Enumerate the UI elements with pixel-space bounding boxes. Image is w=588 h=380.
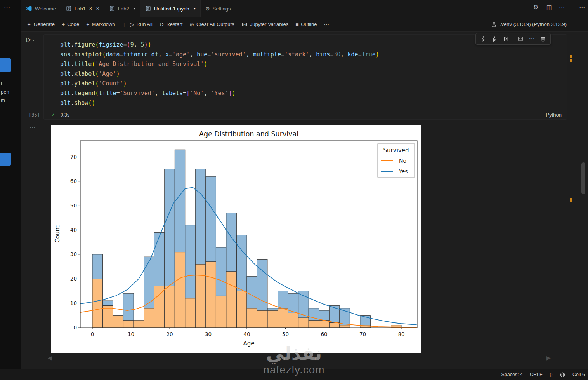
tab-settings[interactable]: ⚙ Settings: [201, 0, 236, 17]
chevron-down-icon: ⌄: [32, 37, 35, 42]
svg-text:Age Distribution and Survival: Age Distribution and Survival: [199, 130, 298, 138]
globe-icon[interactable]: [560, 372, 565, 378]
left-strip-blue-block: [0, 58, 11, 72]
left-strip-text-fragment: m: [1, 98, 5, 103]
svg-text:60: 60: [70, 178, 77, 184]
execution-count: [35]: [29, 112, 40, 118]
editor-settings-gear-icon[interactable]: ⚙: [533, 4, 538, 11]
split-editor-icon[interactable]: ◫: [546, 4, 552, 11]
vscode-logo-icon: [26, 5, 32, 12]
tab-label: Settings: [213, 6, 231, 12]
success-check-icon: ✓: [51, 112, 56, 117]
add-markdown-cell-button[interactable]: + Markdown: [86, 21, 115, 28]
tab-bar: Welcome Lab1 3 × Lab2 ● Untitled-1.ipynb…: [21, 0, 588, 17]
jupyter-variables-button[interactable]: (x) Jupyter Variables: [241, 21, 288, 28]
language-brackets-indicator[interactable]: {}: [550, 372, 553, 377]
cell-indicator[interactable]: Cell 6: [572, 372, 585, 377]
more-icon: ⋯: [324, 21, 330, 28]
generate-button[interactable]: ✦ Generate: [27, 21, 55, 28]
scroll-right-icon[interactable]: ▶: [546, 355, 551, 361]
vscode-window: ⋯ l pen m Welcome Lab1 3 × Lab: [0, 0, 588, 380]
plus-icon: +: [86, 21, 89, 28]
cell-toolbar: ⋯: [475, 33, 551, 45]
delete-cell-icon[interactable]: [538, 34, 548, 44]
scroll-left-icon[interactable]: ◀: [48, 355, 52, 361]
svg-text:30: 30: [70, 251, 77, 257]
plus-icon: +: [62, 21, 65, 28]
run-all-label: Run All: [137, 21, 153, 27]
vertical-scrollbar[interactable]: [581, 162, 585, 194]
svg-text:20: 20: [166, 331, 173, 337]
left-strip-text-fragment: l: [1, 80, 2, 86]
dirty-dot-icon: ●: [134, 7, 135, 10]
kernel-picker[interactable]: .venv (3.13.9) (Python 3.13.9): [491, 17, 567, 31]
overview-ruler-mark: [570, 198, 572, 202]
toolbar-more-button[interactable]: ⋯: [324, 21, 330, 28]
svg-text:Count: Count: [54, 225, 61, 243]
more-actions-icon[interactable]: ⋯: [527, 34, 537, 44]
overview-ruler-mark: [570, 59, 572, 62]
execute-above-icon[interactable]: [478, 34, 488, 44]
add-code-cell-button[interactable]: + Code: [62, 21, 79, 28]
status-bar: Spaces: 4 CRLF {} Cell 6: [0, 369, 588, 380]
execution-duration: 0.3s: [61, 112, 69, 118]
cell-language-picker[interactable]: Python: [546, 112, 562, 118]
svg-text:50: 50: [70, 202, 77, 209]
split-cell-icon[interactable]: [515, 34, 526, 44]
dirty-dot-icon: ●: [193, 7, 195, 10]
execute-below-icon[interactable]: [489, 34, 500, 44]
variables-icon: (x): [241, 21, 248, 28]
svg-text:(x): (x): [243, 23, 246, 26]
more-icon[interactable]: ⋯: [579, 4, 585, 11]
svg-text:30: 30: [205, 331, 212, 337]
tab-welcome[interactable]: Welcome: [21, 0, 61, 17]
overview-ruler-mark: [570, 55, 572, 58]
clear-outputs-icon: ⊘: [189, 21, 194, 28]
svg-text:70: 70: [70, 154, 77, 160]
svg-text:No: No: [399, 158, 406, 164]
generate-label: Generate: [34, 21, 55, 27]
sparkle-icon: ✦: [27, 21, 31, 28]
left-strip-text-fragment: pen: [1, 89, 9, 95]
more-actions-icon[interactable]: ⋯: [559, 4, 565, 11]
notebook-icon: [109, 5, 115, 12]
clear-all-outputs-button[interactable]: ⊘ Clear All Outputs: [189, 21, 234, 28]
left-strip: ⋯ l pen m: [0, 0, 22, 380]
code-label: Code: [67, 21, 79, 27]
run-all-icon: ▷: [130, 21, 134, 28]
outline-icon: ≡: [295, 21, 298, 28]
tab-label: Untitled-1.ipynb: [154, 6, 189, 12]
svg-text:80: 80: [398, 331, 404, 337]
run-cell-button[interactable]: ▷⌄: [26, 36, 35, 43]
restart-icon: ↺: [160, 21, 164, 28]
indent-indicator[interactable]: Spaces: 4: [501, 372, 523, 377]
kernel-env-label: .venv (3.13.9) (Python 3.13.9): [500, 21, 567, 27]
outline-button[interactable]: ≡ Outline: [295, 21, 317, 28]
eol-indicator[interactable]: CRLF: [530, 372, 543, 377]
run-all-button[interactable]: ▷ Run All: [130, 21, 153, 28]
cell-output-chart: 01020304050607080010203040506070Age Dist…: [51, 125, 421, 353]
clear-all-outputs-label: Clear All Outputs: [196, 21, 234, 27]
left-strip-blue-block: [0, 153, 11, 166]
svg-text:Yes: Yes: [399, 168, 408, 174]
close-icon[interactable]: ×: [96, 5, 99, 12]
toolbar-separator: |: [123, 21, 125, 27]
restart-label: Restart: [166, 21, 182, 27]
tab-untitled-1[interactable]: Untitled-1.ipynb ●: [140, 0, 201, 17]
tab-lab2[interactable]: Lab2 ●: [104, 0, 140, 17]
tab-label: Lab1: [75, 6, 86, 12]
tab-lab1[interactable]: Lab1 3 ×: [61, 0, 104, 17]
beaker-icon: [491, 21, 497, 28]
svg-text:20: 20: [70, 275, 77, 282]
svg-text:40: 40: [243, 331, 250, 337]
output-more-icon[interactable]: ⋯: [29, 124, 35, 131]
run-by-line-icon[interactable]: [501, 34, 511, 44]
svg-text:70: 70: [359, 331, 366, 337]
restart-button[interactable]: ↺ Restart: [160, 21, 183, 28]
markdown-label: Markdown: [92, 21, 115, 27]
code-lines[interactable]: plt.figure(figsize=(9, 5))sns.histplot(d…: [60, 40, 379, 108]
divider: [0, 358, 21, 358]
notebook-icon: [145, 5, 151, 12]
svg-text:60: 60: [321, 331, 327, 337]
more-icon[interactable]: ⋯: [4, 4, 10, 11]
